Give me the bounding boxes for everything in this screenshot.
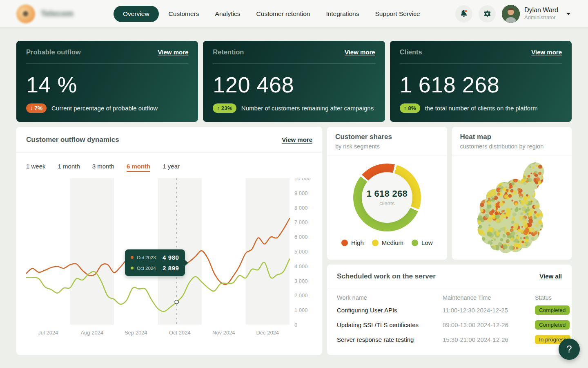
help-icon: ? [566,343,572,355]
main-nav: OverviewCustomersAnalyticsCustomer reten… [114,6,426,22]
kpi-trend-badge: ↑ 23% [213,103,236,113]
kpi-trend-badge: ↓ 7% [26,103,47,113]
nav-item-integrations[interactable]: Integrations [320,6,365,22]
work-table-row[interactable]: Server response rate testing15:30-21:00 … [337,332,562,347]
tooltip-series-dot [131,267,134,269]
notifications-button[interactable] [455,5,472,22]
svg-text:Oct 2024: Oct 2024 [169,330,191,336]
nav-item-support-service[interactable]: Support Service [369,6,426,22]
outflow-view-more-link[interactable]: View more [282,136,312,143]
status-badge: Completed [535,305,570,315]
col-status: Status [535,294,562,301]
legend-item-medium[interactable]: Medium [372,239,403,246]
kpi-view-more-link[interactable]: View more [531,49,562,56]
region-heat-map[interactable] [461,157,562,254]
work-table-row[interactable]: Configuring User APIs11:00-12:30 2024-12… [337,303,562,317]
svg-text:5 000: 5 000 [294,249,308,255]
kpi-value: 14 % [26,72,188,97]
range-tab-1-week[interactable]: 1 week [26,163,46,172]
svg-text:Dec 2024: Dec 2024 [256,330,279,336]
risk-legend: HighMediumLow [341,239,433,246]
svg-text:4 000: 4 000 [294,263,308,269]
outflow-chart[interactable]: 10 0009 0008 0007 0006 0005 0004 0003 00… [16,173,322,343]
nav-item-analytics[interactable]: Analytics [209,6,247,22]
kpi-view-more-link[interactable]: View more [158,49,189,56]
kpi-card-header: Probable outflowView more [26,41,188,64]
kpi-value: 1 618 268 [400,72,562,97]
svg-text:Nov 2024: Nov 2024 [212,330,235,336]
svg-text:3 000: 3 000 [294,278,308,284]
tooltip-series-label: Oct 2024 [137,266,159,271]
user-name: Dylan Ward [524,6,558,14]
risk-donut-chart[interactable]: 1 618 268 clients [353,164,421,231]
work-name-cell: Server response rate testing [337,336,443,343]
heat-map-card: Heat map customers distribution by regio… [452,127,572,260]
col-work-name: Work name [337,294,443,301]
brand-logo-icon [16,4,35,23]
tooltip-series-label: Oct 2023 [137,255,159,260]
col-maintenance-time: Maintenance Time [443,294,535,301]
legend-label: High [351,239,364,246]
kpi-title: Clients [400,48,422,56]
bell-icon [459,9,469,19]
svg-text:7 000: 7 000 [294,219,308,225]
maintenance-time-cell: 15:30-21:00 2024-12-26 [443,336,535,343]
help-button[interactable]: ? [559,339,580,360]
kpi-card-header: ClientsView more [400,41,562,64]
svg-text:Aug 2024: Aug 2024 [80,330,103,336]
customer-shares-card: Customer shares by risk segments 1 618 2… [327,127,447,260]
outflow-dynamics-card: Customer outflow dynamics View more 1 we… [16,127,322,355]
time-range-tabs: 1 week1 month3 month6 month1 year [16,153,322,173]
kpi-view-more-link[interactable]: View more [345,49,375,56]
nav-item-customers[interactable]: Customers [163,6,205,22]
legend-item-low[interactable]: Low [412,239,433,246]
svg-text:10 000: 10 000 [294,178,311,182]
maintenance-time-cell: 11:00-12:30 2024-12-25 [443,307,535,314]
legend-dot [341,240,348,246]
donut-total-value: 1 618 268 [366,188,408,199]
nav-item-customer-retention[interactable]: Customer retention [250,6,316,22]
scheduled-view-all-link[interactable]: View all [539,273,562,280]
range-tab-6-month[interactable]: 6 month [127,163,150,172]
range-tab-1-year[interactable]: 1 year [163,163,180,172]
brand-logo[interactable]: Telecom [16,4,92,23]
right-column: Customer shares by risk segments 1 618 2… [327,127,572,355]
donut-center: 1 618 268 clients [362,172,412,223]
svg-text:Sep 2024: Sep 2024 [125,330,147,336]
kpi-title: Retention [213,48,244,56]
dashboard-content: Probable outflowView more14 %↓ 7%Current… [0,28,588,355]
tooltip-series-dot [131,256,134,259]
outflow-card-title: Customer outflow dynamics [26,136,119,144]
kpi-card-probable-outflow: Probable outflowView more14 %↓ 7%Current… [16,41,198,122]
gear-icon [482,9,492,19]
work-table-row[interactable]: Updating SSL/TLS certificates09:00-13:00… [337,317,562,332]
work-table: Work name Maintenance Time Status Config… [327,288,572,347]
range-tab-3-month[interactable]: 3 month [92,163,114,172]
legend-label: Medium [382,239,403,246]
svg-text:Jul 2024: Jul 2024 [38,330,58,336]
kpi-value: 120 468 [213,72,375,97]
svg-text:6 000: 6 000 [294,234,308,240]
scheduled-card-title: Scheduled work on the server [337,272,436,280]
kpi-cards: Probable outflowView more14 %↓ 7%Current… [16,41,572,122]
user-menu[interactable]: Dylan Ward Administrator [502,5,572,23]
svg-text:0: 0 [294,322,297,328]
top-bar: Telecom OverviewCustomersAnalyticsCustom… [0,0,588,28]
shares-card-title: Customer shares [335,133,439,141]
kpi-card-header: RetentionView more [213,41,375,64]
shares-card-subtitle: by risk segments [335,143,439,150]
settings-button[interactable] [479,5,496,22]
work-table-rows: Configuring User APIs11:00-12:30 2024-12… [337,303,562,347]
nav-item-overview[interactable]: Overview [114,6,159,22]
legend-item-high[interactable]: High [341,239,364,246]
range-tab-1-month[interactable]: 1 month [58,163,80,172]
kpi-footer: ↑ 23%Number of customers remaining after… [213,103,375,113]
kpi-description: Current percentage of probable outflow [51,105,158,112]
kpi-description: Number of customers remaining after camp… [241,105,374,112]
chevron-down-icon[interactable] [565,11,572,17]
kpi-footer: ↑ 8%the total number of clients on the p… [400,103,562,113]
svg-text:9 000: 9 000 [294,190,308,196]
dashboard-row: Customer outflow dynamics View more 1 we… [16,127,572,355]
legend-label: Low [421,239,433,246]
tooltip-series-value: 2 899 [163,265,179,272]
